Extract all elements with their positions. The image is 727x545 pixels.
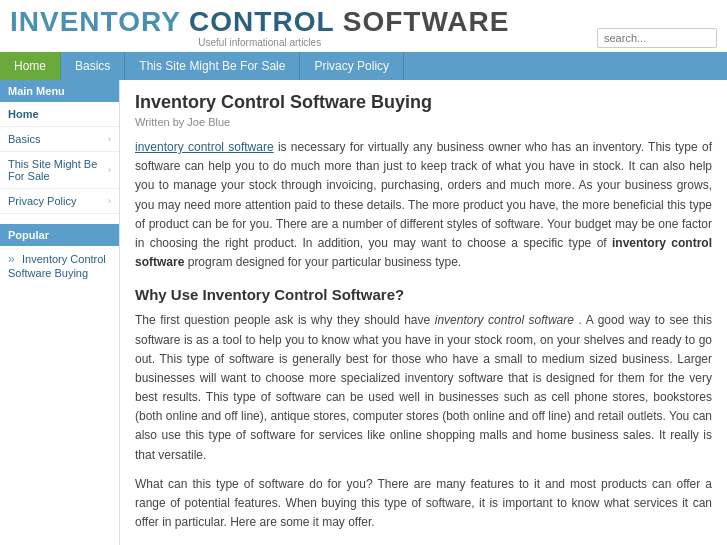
italic-inventory-software: inventory control software	[435, 313, 574, 327]
header: INVENTORY CONTROL SOFTWARE Useful inform…	[0, 0, 727, 52]
site-subtitle: Useful informational articles	[10, 38, 509, 48]
search-input[interactable]	[597, 28, 717, 48]
nav-item-basics[interactable]: Basics	[61, 52, 125, 80]
title-inventory: INVENTORY	[10, 6, 189, 37]
sidebar-item-privacy[interactable]: Privacy Policy ›	[0, 189, 119, 214]
chevron-right-icon: ›	[108, 165, 111, 175]
nav-item-home[interactable]: Home	[0, 52, 61, 80]
link-inventory-software-1[interactable]: inventory control software	[135, 140, 274, 154]
article-title: Inventory Control Software Buying	[135, 92, 712, 113]
sidebar-link-basics[interactable]: Basics ›	[0, 127, 119, 151]
popular-link-1[interactable]: Inventory Control Software Buying	[8, 253, 106, 279]
paragraph-2: The first question people ask is why the…	[135, 311, 712, 465]
sidebar-link-privacy[interactable]: Privacy Policy ›	[0, 189, 119, 213]
site-title: INVENTORY CONTROL SOFTWARE Useful inform…	[10, 8, 509, 48]
sidebar-link-forsale[interactable]: This Site Might Be For Sale ›	[0, 152, 119, 188]
paragraph-3: What can this type of software do for yo…	[135, 475, 712, 533]
sidebar-menu: Home Basics › This Site Might Be For Sal…	[0, 102, 119, 214]
sidebar-item-home[interactable]: Home	[0, 102, 119, 127]
chevron-right-icon: ›	[108, 134, 111, 144]
sidebar-item-basics[interactable]: Basics ›	[0, 127, 119, 152]
title-control: CONTROL	[189, 6, 343, 37]
title-software: SOFTWARE	[343, 6, 510, 37]
main-nav: Home Basics This Site Might Be For Sale …	[0, 52, 727, 80]
sidebar-link-home[interactable]: Home	[0, 102, 119, 126]
main-content: Inventory Control Software Buying Writte…	[120, 80, 727, 545]
heading-why-use: Why Use Inventory Control Software?	[135, 286, 712, 303]
nav-item-privacy[interactable]: Privacy Policy	[300, 52, 404, 80]
written-by: Written by Joe Blue	[135, 116, 712, 128]
sidebar-main-menu-title: Main Menu	[0, 80, 119, 102]
nav-item-for-sale[interactable]: This Site Might Be For Sale	[125, 52, 300, 80]
paragraph-1: inventory control software is necessary …	[135, 138, 712, 272]
chevron-right-icon: ›	[108, 196, 111, 206]
search-box	[597, 28, 717, 48]
sidebar-item-forsale[interactable]: This Site Might Be For Sale ›	[0, 152, 119, 189]
sidebar-popular-title: Popular	[0, 224, 119, 246]
layout: Main Menu Home Basics › This Site Might …	[0, 80, 727, 545]
sidebar: Main Menu Home Basics › This Site Might …	[0, 80, 120, 545]
popular-item-1[interactable]: Inventory Control Software Buying	[0, 246, 119, 286]
